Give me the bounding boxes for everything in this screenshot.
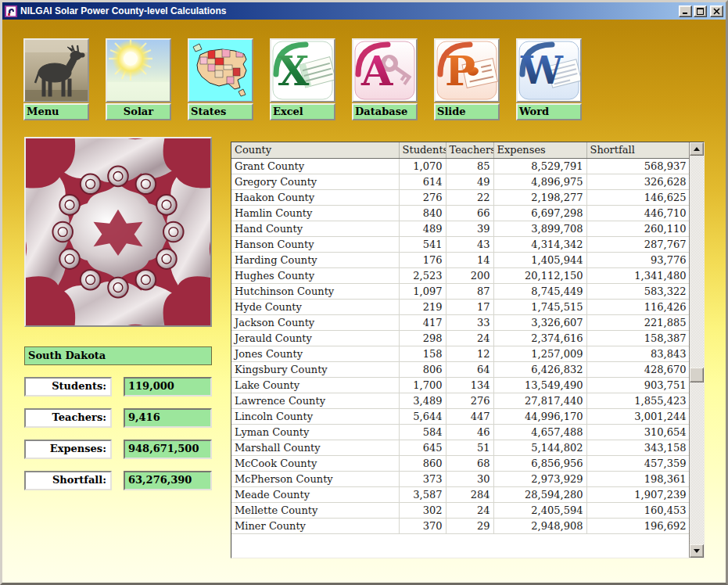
fractal-art-image: [24, 137, 212, 327]
table-header-row: County Students Teachers Expenses Shortf…: [231, 142, 690, 158]
table-row[interactable]: Hand County489393,899,708260,110: [231, 221, 690, 236]
table-row[interactable]: Meade County3,58728428,594,2801,907,239: [231, 486, 690, 502]
cell-shortfall: 428,670: [586, 361, 690, 377]
cell-students: 3,489: [399, 393, 446, 408]
cell-expenses: 2,405,594: [493, 502, 586, 518]
cell-expenses: 3,326,607: [493, 314, 586, 330]
close-button[interactable]: [710, 5, 723, 17]
arrow-up-icon: [694, 147, 700, 151]
table-row[interactable]: Hughes County2,52320020,112,1501,341,480: [231, 267, 690, 283]
cell-shortfall: 146,625: [586, 189, 690, 205]
table-row[interactable]: Hyde County219171,745,515116,426: [231, 299, 690, 314]
cell-students: 373: [399, 471, 446, 486]
table-row[interactable]: McCook County860686,856,956457,359: [231, 455, 690, 471]
students-value[interactable]: 119,000: [124, 377, 212, 397]
cell-expenses: 1,257,009: [493, 346, 586, 361]
cell-students: 840: [399, 205, 446, 221]
table-row[interactable]: Hutchinson County1,097878,745,449583,322: [231, 283, 690, 299]
table-row[interactable]: Gregory County614494,896,975326,628: [231, 174, 690, 189]
cell-teachers: 24: [446, 330, 493, 346]
teachers-value[interactable]: 9,416: [124, 408, 212, 428]
expenses-value[interactable]: 948,671,500: [124, 440, 212, 459]
scroll-up-button[interactable]: [690, 142, 704, 156]
cell-students: 276: [399, 189, 446, 205]
cell-teachers: 46: [446, 424, 493, 440]
cell-teachers: 85: [446, 158, 493, 174]
cell-shortfall: 583,322: [586, 283, 690, 299]
table-row[interactable]: Miner County370292,948,908196,692: [231, 518, 690, 533]
column-header-teachers[interactable]: Teachers: [446, 142, 493, 158]
toolbar-button-word[interactable]: W Word: [516, 38, 582, 120]
close-icon: [713, 8, 720, 15]
table-row[interactable]: Lawrence County3,48927627,817,4401,855,4…: [231, 393, 690, 408]
cell-teachers: 51: [446, 440, 493, 455]
table-row[interactable]: Haakon County276222,198,277146,625: [231, 189, 690, 205]
cell-students: 298: [399, 330, 446, 346]
column-header-students[interactable]: Students: [399, 142, 446, 158]
cell-expenses: 4,896,975: [493, 174, 586, 189]
table-row[interactable]: Lyman County584464,657,488310,654: [231, 424, 690, 440]
maximize-button[interactable]: [694, 5, 707, 17]
cell-students: 806: [399, 361, 446, 377]
nilgai-photo-icon: [25, 40, 88, 101]
cell-shortfall: 160,453: [586, 502, 690, 518]
table-row[interactable]: Hamlin County840666,697,298446,710: [231, 205, 690, 221]
cell-county: Lincoln County: [231, 408, 399, 424]
shortfall-label: Shortfall:: [24, 471, 112, 490]
cell-county: Haakon County: [231, 189, 399, 205]
cell-teachers: 284: [446, 486, 493, 502]
cell-shortfall: 1,907,239: [586, 486, 690, 502]
table-row[interactable]: Jones County158121,257,00983,843: [231, 346, 690, 361]
cell-county: Jerauld County: [231, 330, 399, 346]
minimize-button[interactable]: [679, 5, 692, 17]
table-row[interactable]: Harding County176141,405,94493,776: [231, 252, 690, 267]
toolbar-label-menu: Menu: [23, 103, 89, 120]
state-name-field[interactable]: South Dakota: [24, 346, 212, 365]
cell-county: Lyman County: [231, 424, 399, 440]
toolbar-button-states[interactable]: States: [188, 38, 253, 120]
cell-shortfall: 457,359: [586, 455, 690, 471]
cell-teachers: 14: [446, 252, 493, 267]
column-header-expenses[interactable]: Expenses: [493, 142, 586, 158]
cell-shortfall: 287,767: [586, 236, 690, 252]
toolbar-button-database[interactable]: A Database: [352, 38, 418, 120]
cell-shortfall: 198,361: [586, 471, 690, 486]
table-row[interactable]: Kingsbury County806646,426,832428,670: [231, 361, 690, 377]
shortfall-value[interactable]: 63,276,390: [124, 471, 212, 490]
table-row[interactable]: Lincoln County5,64444744,996,1703,001,24…: [231, 408, 690, 424]
table-row[interactable]: Jerauld County298242,374,616158,387: [231, 330, 690, 346]
app-window: NILGAI Solar Power County-level Calculat…: [0, 0, 728, 585]
cell-county: Hughes County: [231, 267, 399, 283]
toolbar-label-database: Database: [352, 103, 418, 120]
toolbar-button-excel[interactable]: X Excel: [270, 38, 335, 120]
cell-students: 1,097: [399, 283, 446, 299]
access-database-icon: A: [353, 40, 416, 101]
excel-icon: X: [271, 40, 334, 101]
title-bar[interactable]: NILGAI Solar Power County-level Calculat…: [2, 2, 726, 20]
cell-expenses: 28,594,280: [493, 486, 586, 502]
sun-icon: [107, 40, 170, 101]
table-row[interactable]: Jackson County417333,326,607221,885: [231, 314, 690, 330]
scroll-down-button[interactable]: [690, 544, 704, 558]
cell-county: Lawrence County: [231, 393, 399, 408]
table-row[interactable]: Grant County1,070858,529,791568,937: [231, 158, 690, 174]
cell-expenses: 1,745,515: [493, 299, 586, 314]
table-row[interactable]: Hanson County541434,314,342287,767: [231, 236, 690, 252]
cell-teachers: 33: [446, 314, 493, 330]
toolbar-button-solar[interactable]: Solar: [106, 38, 171, 120]
scrollbar-thumb[interactable]: [690, 368, 704, 382]
cell-students: 417: [399, 314, 446, 330]
toolbar-button-menu[interactable]: Menu: [23, 38, 89, 120]
table-scrollbar[interactable]: [689, 142, 704, 558]
table-row[interactable]: McPherson County373302,973,929198,361: [231, 471, 690, 486]
table-row[interactable]: Lake County1,70013413,549,490903,751: [231, 377, 690, 393]
column-header-shortfall[interactable]: Shortfall: [586, 142, 690, 158]
table-row[interactable]: Mellette County302242,405,594160,453: [231, 502, 690, 518]
cell-students: 1,700: [399, 377, 446, 393]
cell-shortfall: 568,937: [586, 158, 690, 174]
column-header-county[interactable]: County: [231, 142, 399, 158]
table-row[interactable]: Marshall County645515,144,802343,158: [231, 440, 690, 455]
cell-students: 2,523: [399, 267, 446, 283]
toolbar-button-slide[interactable]: P Slide: [434, 38, 500, 120]
cell-county: Hamlin County: [231, 205, 399, 221]
